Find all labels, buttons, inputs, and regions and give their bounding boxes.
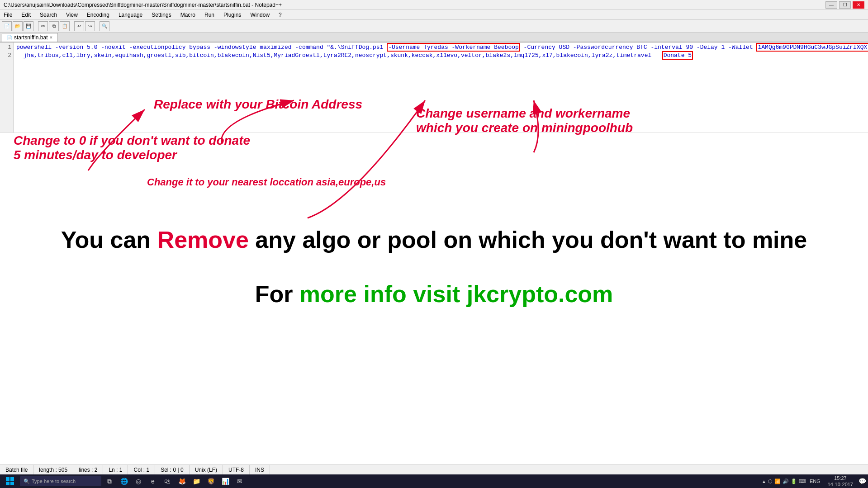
taskbar: 🔍 Type here to search ⧉ 🌐 ◎ e 🛍 🦊 📁 🦁 📊 … (0, 474, 868, 488)
menu-item-plugins[interactable]: Plugins (222, 11, 243, 19)
username-text: Change username and workernamewhich you … (416, 106, 633, 135)
window-controls: — ❐ ✕ (825, 1, 864, 9)
start-button[interactable] (2, 475, 18, 487)
length-status: length : 505 (33, 465, 73, 474)
menu-item-settings[interactable]: Settings (150, 11, 173, 19)
redo-button[interactable]: ↪ (85, 21, 95, 31)
chrome-icon[interactable]: ◎ (132, 475, 145, 487)
menu-item-?[interactable]: ? (277, 11, 284, 19)
clock-date: 14-10-2017 (828, 481, 853, 488)
statusbar: Batch file length : 505 lines : 2 Ln : 1… (0, 464, 868, 474)
remove-red: Remove (157, 227, 249, 253)
visit-domain: jkcrypto.com (467, 281, 613, 307)
line-numbers: 1 2 (0, 43, 14, 133)
sel-status: Sel : 0 | 0 (155, 465, 189, 474)
tab-startsniffin[interactable]: 📄 startsniffin.bat ✕ (2, 33, 58, 42)
visit-annotation: For more info visit jkcrypto.com (0, 280, 868, 308)
cut-button[interactable]: ✂ (38, 21, 48, 31)
paste-button[interactable]: 📋 (60, 21, 70, 31)
menu-item-view[interactable]: View (64, 11, 80, 19)
code-line-1: powershell -version 5.0 -noexit -executi… (16, 43, 865, 52)
svg-rect-2 (10, 477, 14, 481)
new-button[interactable]: 📄 (2, 21, 12, 31)
username-workername-highlight: -Username Tyredas -Workername Beeboop (387, 43, 520, 52)
code-line-2: jha,tribus,c11,lbry,skein,equihash,groes… (16, 52, 865, 60)
open-button[interactable]: 📂 (13, 21, 23, 31)
menu-item-file[interactable]: File (2, 11, 14, 19)
location-annotation: Change it to your nearest loccation asia… (147, 176, 386, 188)
ins-status: INS (250, 465, 270, 474)
menu-item-encoding[interactable]: Encoding (85, 11, 111, 19)
save-button[interactable]: 💾 (24, 21, 33, 31)
filetype-status: Batch file (4, 465, 33, 474)
donate-highlight: Donate 5 (662, 51, 693, 60)
copy-button[interactable]: ⧉ (49, 21, 59, 31)
taskbar-search[interactable]: 🔍 Type here to search (20, 476, 101, 486)
up-arrow-icon[interactable]: ▲ (762, 479, 766, 484)
clock-time: 15:27 (828, 475, 853, 481)
tab-icon: 📄 (7, 35, 12, 40)
firefox-icon[interactable]: 🦊 (175, 475, 188, 487)
keyboard-icon: ⌨ (799, 479, 806, 484)
remove-black2: any algo or pool on which you don't want… (249, 227, 807, 253)
svg-rect-4 (10, 482, 14, 485)
edge-icon[interactable]: 🌐 (118, 475, 130, 487)
brave-icon[interactable]: 🦁 (204, 475, 217, 487)
wallet-highlight: 1AMQg6m9GPDN9HGuC3wJGpSuiZrlXQXjxi (756, 43, 868, 52)
donate-line2: 5 minutes/day to developer (14, 148, 177, 162)
bluetooth-icon: ⬡ (768, 479, 773, 484)
clock: 15:27 14-10-2017 (824, 475, 857, 488)
network-icon: 📶 (774, 479, 781, 484)
speaker-icon: 🔊 (783, 479, 789, 484)
donate-line1: Change to 0 if you don't want to donate (14, 133, 250, 147)
search-icon: 🔍 (24, 479, 30, 484)
encoding-status: UTF-8 (223, 465, 250, 474)
store-icon[interactable]: 🛍 (161, 475, 174, 487)
battery-icon: 🔋 (791, 479, 797, 484)
minimize-button[interactable]: — (825, 1, 837, 9)
ln-status: Ln : 1 (103, 465, 128, 474)
menu-item-run[interactable]: Run (203, 11, 216, 19)
col-status: Col : 1 (128, 465, 155, 474)
menu-item-macro[interactable]: Macro (179, 11, 197, 19)
toolbar: 📄 📂 💾 ✂ ⧉ 📋 ↩ ↪ 🔍 (0, 20, 868, 33)
remove-annotation: You can Remove any algo or pool on which… (0, 226, 868, 253)
menu-item-search[interactable]: Search (38, 11, 59, 19)
donate-annotation: Change to 0 if you don't want to donate … (14, 133, 250, 162)
tab-label: startsniffin.bat (14, 34, 47, 41)
username-annotation: Change username and workernamewhich you … (416, 106, 633, 135)
lines-status: lines : 2 (73, 465, 103, 474)
lang-indicator: ENG (808, 479, 822, 484)
titlebar: C:\Users\anujsaini\Downloads\Compressed\… (0, 0, 868, 10)
notification-button[interactable]: 💬 (859, 478, 866, 485)
mail-icon[interactable]: ✉ (233, 475, 246, 487)
menubar: FileEditSearchViewEncodingLanguageSettin… (0, 10, 868, 20)
systray: ▲ ⬡ 📶 🔊 🔋 ⌨ (762, 479, 806, 484)
menu-item-edit[interactable]: Edit (19, 11, 33, 19)
unix-status: Unix (LF) (190, 465, 223, 474)
tabbar: 📄 startsniffin.bat ✕ (0, 33, 868, 43)
explorer-icon[interactable]: 📁 (190, 475, 203, 487)
ie-icon[interactable]: e (147, 475, 159, 487)
close-button[interactable]: ✕ (853, 1, 864, 9)
svg-rect-3 (6, 482, 9, 485)
windows-icon (6, 477, 14, 485)
svg-rect-1 (6, 477, 9, 481)
title-text: C:\Users\anujsaini\Downloads\Compressed\… (4, 2, 282, 8)
bitcoin-annotation: Replace with your Bitcoin Address (154, 97, 362, 112)
tab-close-button[interactable]: ✕ (49, 35, 53, 40)
find-button[interactable]: 🔍 (100, 21, 109, 31)
undo-button[interactable]: ↩ (74, 21, 84, 31)
visit-for: For (255, 281, 299, 307)
visit-more: more info visit (299, 281, 467, 307)
remove-black1: You can (61, 227, 157, 253)
app-icon-8[interactable]: 📊 (219, 475, 232, 487)
menu-item-language[interactable]: Language (117, 11, 144, 19)
task-view-button[interactable]: ⧉ (103, 475, 116, 487)
maximize-button[interactable]: ❐ (839, 1, 851, 9)
menu-item-window[interactable]: Window (248, 11, 271, 19)
search-placeholder: Type here to search (32, 479, 76, 484)
